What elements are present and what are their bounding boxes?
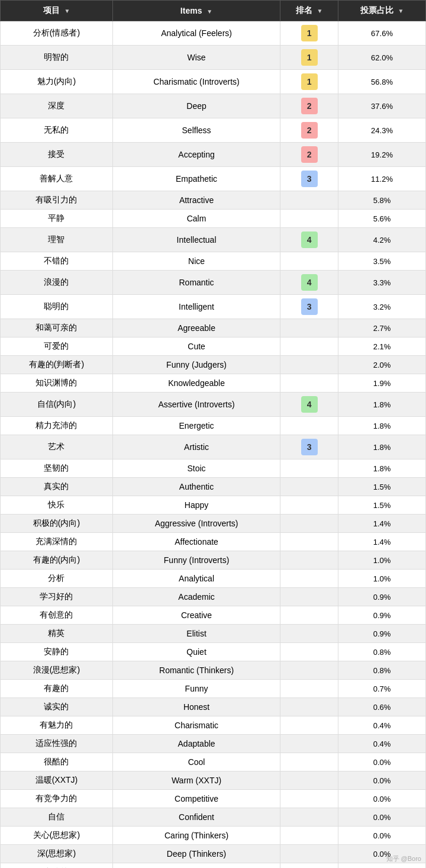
table-row: 精力充沛的Energetic1.8%	[1, 417, 426, 435]
cell-pct: 1.9%	[338, 374, 426, 393]
cell-pct: 3.5%	[338, 252, 426, 271]
cell-rank	[280, 570, 338, 588]
cell-chinese: 诚实的	[1, 698, 113, 716]
cell-rank	[280, 735, 338, 753]
cell-chinese: 艺术	[1, 435, 113, 459]
cell-rank	[280, 533, 338, 551]
cell-rank	[280, 790, 338, 808]
cell-chinese: 有趣的	[1, 680, 113, 698]
table-row: 适应性强的Adaptable0.4%	[1, 735, 426, 753]
cell-pct: 3.2%	[338, 295, 426, 319]
cell-rank	[280, 827, 338, 845]
header-chinese-label: 项目	[43, 5, 60, 15]
table-header-row: 项目 ▼ Items ▼ 排名 ▼ 投票占比 ▼	[1, 1, 426, 21]
cell-chinese: 明智的	[1, 46, 113, 70]
cell-pct: 0.8%	[338, 661, 426, 680]
cell-rank: 3	[280, 167, 338, 191]
table-row: 自信的Assertive0.0%	[1, 863, 426, 869]
cell-rank	[280, 625, 338, 643]
cell-pct: 0.0%	[338, 790, 426, 808]
sort-arrow-pct[interactable]: ▼	[398, 8, 404, 14]
cell-rank	[280, 753, 338, 771]
cell-pct: 1.5%	[338, 496, 426, 515]
table-row: 有吸引力的Attractive5.8%	[1, 191, 426, 210]
cell-pct: 2.1%	[338, 337, 426, 356]
sort-arrow-english[interactable]: ▼	[206, 8, 212, 15]
header-rank[interactable]: 排名 ▼	[280, 1, 338, 21]
rank-badge: 3	[301, 298, 318, 315]
cell-chinese: 分析	[1, 570, 113, 588]
cell-chinese: 深(思想家)	[1, 845, 113, 863]
table-row: 精英Elitist0.9%	[1, 625, 426, 643]
rank-badge: 2	[301, 122, 318, 139]
table-row: 和蔼可亲的Agreeable2.7%	[1, 319, 426, 337]
cell-pct: 0.0%	[338, 863, 426, 869]
table-row: 很酷的Cool0.0%	[1, 753, 426, 771]
cell-rank	[280, 845, 338, 863]
cell-chinese: 知识渊博的	[1, 374, 113, 393]
table-row: 不错的Nice3.5%	[1, 252, 426, 271]
cell-english: Cute	[112, 337, 280, 356]
header-pct[interactable]: 投票占比 ▼	[338, 1, 426, 21]
cell-chinese: 浪漫(思想家)	[1, 661, 113, 680]
cell-chinese: 无私的	[1, 118, 113, 143]
cell-english: Quiet	[112, 643, 280, 661]
sort-arrow-rank[interactable]: ▼	[317, 8, 323, 14]
cell-pct: 24.3%	[338, 118, 426, 143]
cell-chinese: 分析(情感者)	[1, 21, 113, 46]
cell-chinese: 有创意的	[1, 606, 113, 625]
cell-english: Analytical	[112, 570, 280, 588]
cell-rank	[280, 459, 338, 478]
table-row: 有趣的(内向)Funny (Introverts)1.0%	[1, 551, 426, 570]
table-row: 真实的Authentic1.5%	[1, 478, 426, 496]
cell-chinese: 很酷的	[1, 753, 113, 771]
rank-badge: 2	[301, 98, 318, 114]
cell-rank: 4	[280, 393, 338, 417]
cell-english: Energetic	[112, 417, 280, 435]
watermark: 知乎 @Boro	[386, 854, 421, 863]
cell-pct: 0.0%	[338, 771, 426, 790]
cell-pct: 1.4%	[338, 533, 426, 551]
cell-chinese: 自信	[1, 808, 113, 827]
cell-pct: 1.0%	[338, 551, 426, 570]
sort-arrow-chinese[interactable]: ▼	[64, 8, 70, 14]
cell-rank: 4	[280, 271, 338, 295]
table-row: 有竞争力的Competitive0.0%	[1, 790, 426, 808]
cell-pct: 0.9%	[338, 606, 426, 625]
cell-english: Cool	[112, 753, 280, 771]
cell-pct: 37.6%	[338, 94, 426, 118]
cell-rank	[280, 588, 338, 606]
cell-english: Empathetic	[112, 167, 280, 191]
table-row: 浪漫(思想家)Romantic (Thinkers)0.8%	[1, 661, 426, 680]
table-row: 有趣的(判断者)Funny (Judgers)2.0%	[1, 356, 426, 374]
table-row: 自信(内向)Assertive (Introverts)41.8%	[1, 393, 426, 417]
cell-rank	[280, 337, 338, 356]
cell-chinese: 有魅力的	[1, 716, 113, 735]
header-chinese[interactable]: 项目 ▼	[1, 1, 113, 21]
table-row: 知识渊博的Knowledgeable1.9%	[1, 374, 426, 393]
cell-pct: 4.2%	[338, 228, 426, 252]
table-row: 温暖(XXTJ)Warm (XXTJ)0.0%	[1, 771, 426, 790]
cell-english: Aggressive (Introverts)	[112, 515, 280, 533]
cell-english: Funny (Judgers)	[112, 356, 280, 374]
cell-rank: 3	[280, 295, 338, 319]
table-row: 有趣的Funny0.7%	[1, 680, 426, 698]
rank-badge: 1	[301, 25, 318, 41]
cell-english: Intellectual	[112, 228, 280, 252]
table-row: 艺术Artistic31.8%	[1, 435, 426, 459]
cell-chinese: 精力充沛的	[1, 417, 113, 435]
rank-badge: 1	[301, 49, 318, 66]
cell-rank	[280, 808, 338, 827]
cell-pct: 1.8%	[338, 393, 426, 417]
cell-chinese: 和蔼可亲的	[1, 319, 113, 337]
cell-english: Happy	[112, 496, 280, 515]
table-row: 明智的Wise162.0%	[1, 46, 426, 70]
cell-chinese: 温暖(XXTJ)	[1, 771, 113, 790]
cell-chinese: 积极的(内向)	[1, 515, 113, 533]
cell-chinese: 理智	[1, 228, 113, 252]
cell-rank	[280, 417, 338, 435]
cell-rank	[280, 515, 338, 533]
cell-chinese: 快乐	[1, 496, 113, 515]
cell-english: Academic	[112, 588, 280, 606]
header-english[interactable]: Items ▼	[112, 1, 280, 21]
